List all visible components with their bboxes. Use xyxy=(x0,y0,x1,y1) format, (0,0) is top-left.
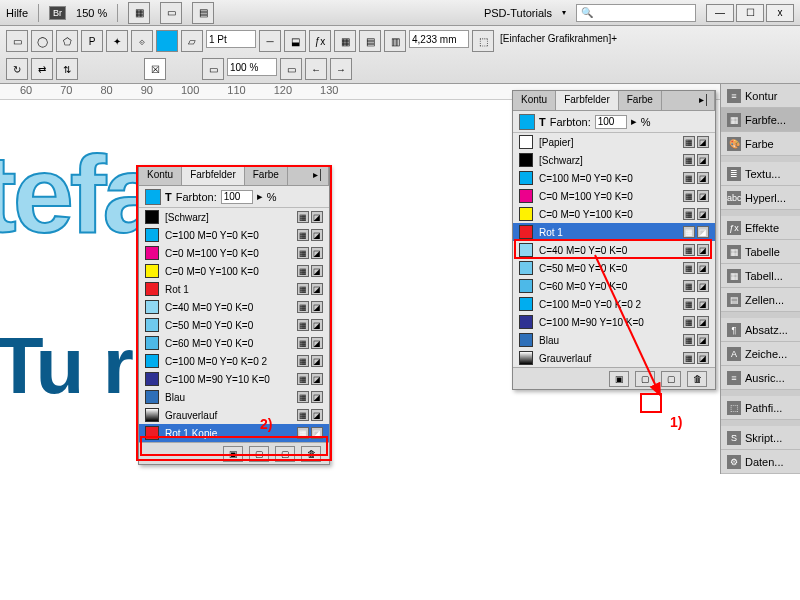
fill-swatch[interactable] xyxy=(156,30,178,52)
rotate-icon[interactable]: ↻ xyxy=(6,58,28,80)
fill-proxy-icon[interactable] xyxy=(519,114,535,130)
swatch-row[interactable]: C=100 M=90 Y=10 K=0▦◪ xyxy=(513,313,715,331)
dock-item[interactable]: ≣Textu... xyxy=(721,162,800,186)
swatch-row[interactable]: C=50 M=0 Y=0 K=0▦◪ xyxy=(139,316,329,334)
opacity-input[interactable] xyxy=(227,58,277,76)
wrap-icon[interactable]: ▦ xyxy=(334,30,356,52)
swatch-row[interactable]: C=50 M=0 Y=0 K=0▦◪ xyxy=(513,259,715,277)
text-target-icon[interactable]: T xyxy=(165,191,172,203)
dock-item[interactable]: AZeiche... xyxy=(721,342,800,366)
swatch-row[interactable]: C=100 M=0 Y=0 K=0 2▦◪ xyxy=(513,295,715,313)
swatch-row[interactable]: C=0 M=0 Y=100 K=0▦◪ xyxy=(513,205,715,223)
swatches-panel-left[interactable]: Kontu Farbfelder Farbe ▸│ T Farbton: ▸ %… xyxy=(138,165,330,465)
new-swatch-button[interactable]: ▢ xyxy=(249,446,269,462)
flip-h-icon[interactable]: ⇄ xyxy=(31,58,53,80)
swatch-row[interactable]: Blau▦◪ xyxy=(513,331,715,349)
selection-icon[interactable]: ⬚ xyxy=(472,30,494,52)
new-swatch-button-2[interactable]: ▢ xyxy=(275,446,295,462)
swatch-row-selected[interactable]: Rot 1 Kopie ▦◪ xyxy=(139,424,329,442)
dock-item[interactable]: ¶Absatz... xyxy=(721,318,800,342)
dock-item[interactable]: 🎨Farbe xyxy=(721,132,800,156)
minimize-button[interactable]: — xyxy=(706,4,734,22)
new-group-icon[interactable]: ▣ xyxy=(223,446,243,462)
screen-mode-icon[interactable]: ▭ xyxy=(160,2,182,24)
align-icon[interactable]: ▥ xyxy=(384,30,406,52)
fx-icon[interactable]: ƒx xyxy=(309,30,331,52)
dock-item[interactable]: ⬚Pathfi... xyxy=(721,396,800,420)
delete-swatch-button[interactable]: 🗑 xyxy=(301,446,321,462)
dock-item[interactable]: ▦Tabell... xyxy=(721,264,800,288)
swatch-row[interactable]: [Schwarz]▦◪ xyxy=(513,151,715,169)
tab-kontur[interactable]: Kontu xyxy=(513,91,556,110)
stroke-weight-input[interactable] xyxy=(206,30,256,48)
convert-icon[interactable]: ⟐ xyxy=(131,30,153,52)
dock-item[interactable]: abcHyperl... xyxy=(721,186,800,210)
none-swatch[interactable]: ☒ xyxy=(144,58,166,80)
dock-item[interactable]: ▤Zellen... xyxy=(721,288,800,312)
close-button[interactable]: x xyxy=(766,4,794,22)
duplicate-swatch-button[interactable]: ▢ xyxy=(661,371,681,387)
swatch-row[interactable]: C=40 M=0 Y=0 K=0▦◪ xyxy=(139,298,329,316)
gradient-icon[interactable]: ▭ xyxy=(202,58,224,80)
corner-icon[interactable]: ⬓ xyxy=(284,30,306,52)
dock-item[interactable]: ≡Kontur xyxy=(721,84,800,108)
swatch-row[interactable]: C=40 M=0 Y=0 K=0▦◪ xyxy=(513,241,715,259)
swatch-row[interactable]: Grauverlauf▦◪ xyxy=(139,406,329,424)
help-menu[interactable]: Hilfe xyxy=(6,7,28,19)
flip-v-icon[interactable]: ⇅ xyxy=(56,58,78,80)
swatch-row[interactable]: C=100 M=90 Y=10 K=0▦◪ xyxy=(139,370,329,388)
view-mode-icon[interactable]: ▦ xyxy=(128,2,150,24)
swatch-row[interactable]: C=0 M=100 Y=0 K=0▦◪ xyxy=(513,187,715,205)
rect-tool-icon[interactable]: ▭ xyxy=(6,30,28,52)
swatch-row[interactable]: C=100 M=0 Y=0 K=0▦◪ xyxy=(513,169,715,187)
dock-item[interactable]: ▦Tabelle xyxy=(721,240,800,264)
tab-farbe[interactable]: Farbe xyxy=(245,166,288,185)
farbton-arrow-icon[interactable]: ▸ xyxy=(257,190,263,203)
zoom-level[interactable]: 150 % xyxy=(76,7,107,19)
swatch-row[interactable]: C=60 M=0 Y=0 K=0▦◪ xyxy=(513,277,715,295)
blend-icon[interactable]: ▭ xyxy=(280,58,302,80)
fill-proxy-icon[interactable] xyxy=(145,189,161,205)
swatch-row[interactable]: Grauverlauf▦◪ xyxy=(513,349,715,367)
text-tool-icon[interactable]: P xyxy=(81,30,103,52)
panel-menu-icon[interactable]: ▸│ xyxy=(288,166,329,185)
stroke-style-icon[interactable]: ─ xyxy=(259,30,281,52)
swatch-row[interactable]: C=0 M=100 Y=0 K=0▦◪ xyxy=(139,244,329,262)
search-input[interactable] xyxy=(576,4,696,22)
farbton-input[interactable] xyxy=(221,190,253,204)
swatch-row[interactable]: Blau▦◪ xyxy=(139,388,329,406)
workspace-switcher[interactable]: PSD-Tutorials xyxy=(484,7,552,19)
swatches-panel-right[interactable]: Kontu Farbfelder Farbe ▸│ T Farbton: ▸ %… xyxy=(512,90,716,390)
ellipse-tool-icon[interactable]: ◯ xyxy=(31,30,53,52)
swatch-row[interactable]: [Schwarz]▦◪ xyxy=(139,208,329,226)
dock-item[interactable]: ƒxEffekte xyxy=(721,216,800,240)
tab-farbfelder[interactable]: Farbfelder xyxy=(556,91,619,110)
stroke-swatch[interactable]: ▱ xyxy=(181,30,203,52)
new-group-icon[interactable]: ▣ xyxy=(609,371,629,387)
object-style[interactable]: [Einfacher Grafikrahmen]+ xyxy=(497,30,620,52)
panel-menu-icon[interactable]: ▸│ xyxy=(662,91,715,110)
swatch-row[interactable]: C=100 M=0 Y=0 K=0▦◪ xyxy=(139,226,329,244)
maximize-button[interactable]: ☐ xyxy=(736,4,764,22)
tab-farbfelder[interactable]: Farbfelder xyxy=(182,166,245,185)
swatch-row[interactable]: C=60 M=0 Y=0 K=0▦◪ xyxy=(139,334,329,352)
farbton-arrow-icon[interactable]: ▸ xyxy=(631,115,637,128)
dock-item[interactable]: ▦Farbfe... xyxy=(721,108,800,132)
tab-farbe[interactable]: Farbe xyxy=(619,91,662,110)
text-target-icon[interactable]: T xyxy=(539,116,546,128)
arrow-start-icon[interactable]: ← xyxy=(305,58,327,80)
tab-kontur[interactable]: Kontu xyxy=(139,166,182,185)
br-icon[interactable]: Br xyxy=(49,6,66,20)
new-swatch-button[interactable]: ▢ xyxy=(635,371,655,387)
star-tool-icon[interactable]: ✦ xyxy=(106,30,128,52)
polygon-tool-icon[interactable]: ⬠ xyxy=(56,30,78,52)
arrange-icon[interactable]: ▤ xyxy=(192,2,214,24)
measure-input[interactable] xyxy=(409,30,469,48)
delete-swatch-button[interactable]: 🗑 xyxy=(687,371,707,387)
swatch-row[interactable]: C=0 M=0 Y=100 K=0▦◪ xyxy=(139,262,329,280)
swatch-row[interactable]: C=100 M=0 Y=0 K=0 2▦◪ xyxy=(139,352,329,370)
farbton-input[interactable] xyxy=(595,115,627,129)
dock-item[interactable]: SSkript... xyxy=(721,426,800,450)
dock-item[interactable]: ⚙Daten... xyxy=(721,450,800,474)
arrow-end-icon[interactable]: → xyxy=(330,58,352,80)
